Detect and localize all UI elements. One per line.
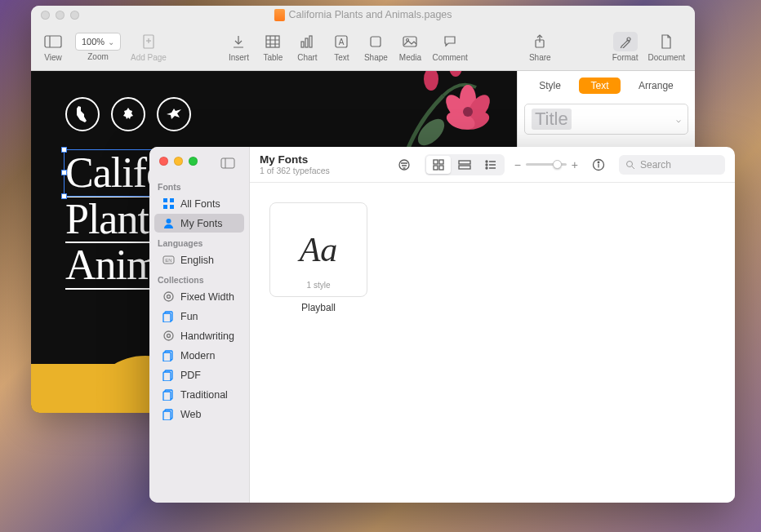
svg-point-70 [486,167,487,169]
view-mode-group [425,154,505,175]
font-name-label: Playball [269,302,367,313]
svg-point-39 [167,219,171,224]
svg-rect-53 [163,392,171,401]
maximize-window-button[interactable] [189,157,198,166]
sidebar-item-handwriting[interactable]: Handwriting [154,326,244,345]
font-card-playball[interactable]: Aa 1 style Playball [269,202,367,313]
fontbook-subtitle: 1 of 362 typefaces [260,166,330,175]
leaf-icon [111,97,145,131]
svg-point-75 [627,161,633,166]
svg-rect-36 [170,198,174,202]
svg-point-22 [627,38,630,41]
sidebar-item-modern[interactable]: Modern [154,346,244,365]
svg-point-30 [463,107,473,117]
insert-button[interactable]: Insert [221,32,256,62]
slider-thumb[interactable] [553,160,562,169]
info-button[interactable] [588,156,609,174]
close-window-button[interactable] [159,157,168,166]
svg-point-32 [449,71,462,77]
sidebar-item-my-fonts[interactable]: My Fonts [154,214,244,233]
sidebar-item-all-fonts[interactable]: All Fonts [154,194,244,213]
document-title: California Plants and Animals.pages [274,9,452,21]
toolbar: View 100%⌄ Zoom Add Page Insert Table Ch… [31,24,695,71]
sidepanel-tabs: Style Text Arrange [524,78,688,94]
svg-rect-51 [163,372,171,381]
slider-track[interactable] [526,163,567,166]
search-input[interactable]: Search [619,155,725,175]
svg-point-46 [164,331,173,340]
minus-icon[interactable]: − [514,158,521,171]
font-preview[interactable]: Aa 1 style [269,202,367,297]
svg-rect-33 [221,158,234,168]
svg-point-47 [167,335,171,338]
fontbook-sidebar: Fonts All Fonts My Fonts Languages EN En… [149,147,250,503]
svg-rect-38 [170,205,174,209]
svg-rect-65 [459,166,470,169]
fontbook-main: My Fonts 1 of 362 typefaces − [250,147,735,503]
document-button[interactable]: Document [643,32,690,62]
plus-icon[interactable]: + [572,158,578,171]
sidebar-item-fun[interactable]: Fun [154,307,244,326]
media-button[interactable]: Media [393,32,427,62]
section-languages: Languages [149,233,249,250]
sidebar-item-traditional[interactable]: Traditional [154,385,244,404]
format-button[interactable]: Format [607,32,643,62]
svg-text:EN: EN [165,258,171,263]
hummingbird-icon [157,97,191,131]
fontbook-window: Fonts All Fonts My Fonts Languages EN En… [149,147,735,503]
text-button[interactable]: A Text [324,32,358,62]
sidebar-toggle-button[interactable] [217,155,238,171]
share-button[interactable]: Share [523,32,557,62]
filter-button[interactable] [394,156,415,174]
icon-row [65,97,191,131]
section-fonts: Fonts [149,177,249,193]
list-view-button[interactable] [478,156,503,174]
fontbook-title: My Fonts [260,153,330,166]
traffic-lights [41,11,79,20]
fontbook-content: Aa 1 style Playball [250,183,735,503]
sidebar-item-english[interactable]: EN English [154,250,244,269]
chart-button[interactable]: Chart [290,32,324,62]
tab-arrange[interactable]: Arrange [627,78,685,94]
shape-button[interactable]: Shape [358,32,393,62]
svg-rect-61 [439,160,443,164]
svg-point-31 [424,71,438,91]
tab-text[interactable]: Text [579,78,620,94]
close-window-button[interactable] [41,11,50,20]
svg-rect-37 [163,205,167,209]
font-sample: Aa [300,230,338,269]
fontbook-header: My Fonts 1 of 362 typefaces − [250,147,735,183]
sidebar-item-web[interactable]: Web [154,405,244,423]
tab-style[interactable]: Style [527,78,572,94]
sidebar-item-fixed-width[interactable]: Fixed Width [154,287,244,306]
svg-point-66 [486,161,487,162]
maximize-window-button[interactable] [70,11,79,20]
svg-rect-14 [309,36,312,47]
size-slider[interactable]: − + [514,158,578,171]
svg-rect-60 [434,160,438,164]
svg-point-43 [167,295,171,299]
zoom-select[interactable]: 100%⌄ Zoom [70,33,126,61]
pages-doc-icon [274,9,284,21]
paragraph-style-select[interactable]: Title ⌵ [524,104,688,135]
svg-rect-17 [371,37,380,47]
svg-rect-63 [439,166,443,170]
add-page-button: Add Page [126,32,171,62]
svg-text:A: A [339,38,345,47]
svg-rect-13 [305,38,308,47]
font-styles-label: 1 style [307,281,331,290]
california-icon [65,97,100,131]
svg-rect-45 [163,313,171,322]
svg-point-42 [164,292,173,301]
view-button[interactable]: View [36,32,70,62]
sample-view-button[interactable] [452,156,477,174]
minimize-window-button[interactable] [56,11,65,20]
fontbook-title-block: My Fonts 1 of 362 typefaces [260,153,330,175]
comment-button[interactable]: Comment [427,32,472,62]
grid-view-button[interactable] [426,156,451,174]
svg-rect-12 [301,42,304,47]
svg-point-73 [598,162,599,163]
minimize-window-button[interactable] [174,157,183,166]
table-button[interactable]: Table [256,32,290,62]
sidebar-item-pdf[interactable]: PDF [154,366,244,384]
